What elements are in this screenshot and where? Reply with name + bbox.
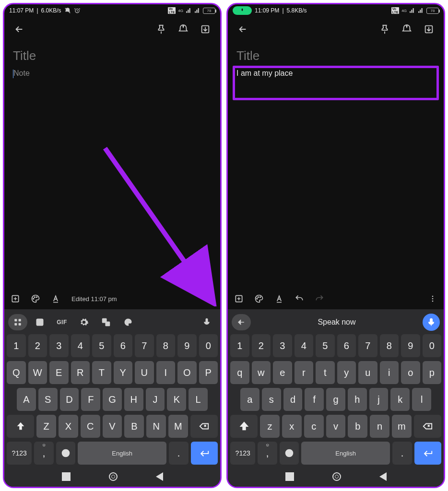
key-B[interactable]: B (124, 415, 144, 438)
key-R[interactable]: R (71, 361, 90, 384)
kb-settings-button[interactable] (74, 314, 94, 330)
enter-key[interactable] (191, 442, 218, 465)
add-box-button[interactable] (9, 292, 22, 305)
key-u[interactable]: u (358, 361, 377, 384)
key-w[interactable]: w (252, 361, 271, 384)
text-format-button[interactable] (273, 292, 285, 305)
language-key[interactable] (56, 442, 75, 465)
nav-recents[interactable] (62, 472, 71, 481)
title-input[interactable]: Title (13, 47, 212, 67)
pin-button[interactable] (152, 20, 170, 38)
shift-key[interactable] (7, 415, 34, 438)
enter-key[interactable] (414, 442, 441, 465)
nav-recents[interactable] (285, 472, 294, 481)
note-body-input[interactable]: I am at my place (236, 67, 435, 80)
kb-back-button[interactable] (232, 314, 251, 330)
nav-home[interactable] (332, 472, 341, 481)
key-L[interactable]: L (189, 388, 208, 411)
spacebar-key[interactable]: English (301, 442, 390, 465)
key-9[interactable]: 9 (401, 334, 420, 357)
key-5[interactable]: 5 (92, 334, 111, 357)
key-G[interactable]: G (103, 388, 122, 411)
kb-mic-button[interactable] (197, 314, 216, 330)
key-T[interactable]: T (92, 361, 111, 384)
key-x[interactable]: x (282, 415, 302, 438)
key-N[interactable]: N (146, 415, 166, 438)
key-D[interactable]: D (60, 388, 79, 411)
key-5[interactable]: 5 (316, 334, 335, 357)
key-8[interactable]: 8 (380, 334, 399, 357)
kb-gif-button[interactable]: GIF (52, 314, 71, 330)
key-k[interactable]: k (390, 388, 410, 411)
nav-back[interactable] (379, 472, 387, 481)
symbols-key[interactable]: ?123 (7, 442, 32, 465)
title-input[interactable]: Title (236, 47, 435, 67)
backspace-key[interactable] (190, 415, 218, 438)
key-d[interactable]: d (283, 388, 303, 411)
key-S[interactable]: S (38, 388, 58, 411)
shift-key[interactable] (230, 415, 258, 438)
add-box-button[interactable] (233, 292, 245, 305)
key-s[interactable]: s (262, 388, 281, 411)
text-format-button[interactable] (49, 292, 62, 305)
key-4[interactable]: 4 (295, 334, 314, 357)
key-3[interactable]: 3 (49, 334, 69, 357)
key-Y[interactable]: Y (114, 361, 133, 384)
key-z[interactable]: z (260, 415, 280, 438)
key-X[interactable]: X (59, 415, 78, 438)
nav-home[interactable] (109, 472, 118, 481)
key-7[interactable]: 7 (358, 334, 377, 357)
key-4[interactable]: 4 (71, 334, 90, 357)
key-P[interactable]: P (199, 361, 218, 384)
key-t[interactable]: t (316, 361, 335, 384)
key-F[interactable]: F (81, 388, 100, 411)
key-c[interactable]: c (304, 415, 324, 438)
key-j[interactable]: j (369, 388, 389, 411)
key-e[interactable]: e (273, 361, 292, 384)
kb-mic-active-button[interactable] (423, 314, 440, 331)
key-p[interactable]: p (423, 361, 442, 384)
more-button[interactable] (203, 292, 215, 305)
key-Z[interactable]: Z (36, 415, 56, 438)
key-r[interactable]: r (295, 361, 314, 384)
key-I[interactable]: I (156, 361, 176, 384)
key-v[interactable]: v (326, 415, 346, 438)
key-2[interactable]: 2 (252, 334, 271, 357)
key-Q[interactable]: Q (7, 361, 26, 384)
key-g[interactable]: g (326, 388, 345, 411)
key-M[interactable]: M (168, 415, 188, 438)
kb-apps-button[interactable] (8, 314, 27, 330)
reminder-button[interactable] (174, 20, 192, 38)
key-C[interactable]: C (81, 415, 100, 438)
key-o[interactable]: o (401, 361, 420, 384)
pin-button[interactable] (376, 20, 394, 38)
comma-key[interactable]: ☺, (258, 442, 277, 465)
kb-sticker-button[interactable] (30, 314, 49, 330)
key-m[interactable]: m (392, 415, 412, 438)
key-q[interactable]: q (230, 361, 249, 384)
key-6[interactable]: 6 (114, 334, 133, 357)
back-button[interactable] (10, 20, 28, 38)
reminder-button[interactable] (398, 20, 416, 38)
kb-translate-button[interactable]: 文 (96, 314, 116, 330)
key-K[interactable]: K (167, 388, 186, 411)
key-A[interactable]: A (17, 388, 36, 411)
key-i[interactable]: i (380, 361, 399, 384)
key-O[interactable]: O (177, 361, 197, 384)
key-U[interactable]: U (135, 361, 154, 384)
key-l[interactable]: l (412, 388, 431, 411)
palette-button[interactable] (29, 292, 42, 305)
more-button[interactable] (426, 292, 439, 305)
nav-back[interactable] (156, 472, 163, 481)
back-button[interactable] (234, 20, 252, 38)
key-a[interactable]: a (240, 388, 259, 411)
key-8[interactable]: 8 (156, 334, 176, 357)
key-n[interactable]: n (370, 415, 389, 438)
spacebar-key[interactable]: English (78, 442, 166, 465)
key-1[interactable]: 1 (230, 334, 249, 357)
key-E[interactable]: E (49, 361, 69, 384)
key-0[interactable]: 0 (199, 334, 218, 357)
key-W[interactable]: W (28, 361, 47, 384)
kb-theme-button[interactable] (118, 314, 138, 330)
key-H[interactable]: H (124, 388, 143, 411)
